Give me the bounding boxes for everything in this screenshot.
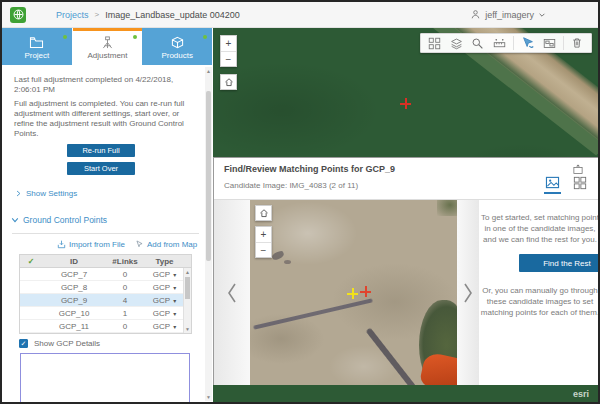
scroll-down-arrow[interactable]: ▼ (205, 393, 212, 401)
photo-zoom-in-button[interactable]: + (256, 227, 271, 242)
previous-image-button[interactable] (214, 200, 250, 385)
show-settings-toggle[interactable]: Show Settings (15, 189, 77, 198)
adjustment-panel: Last full adjustment completed on 4/22/2… (2, 65, 205, 402)
single-image-view-icon[interactable] (544, 174, 561, 191)
scroll-up-arrow[interactable]: ▲ (205, 67, 212, 75)
type-dropdown-caret[interactable]: ▾ (173, 271, 176, 278)
tab-label: Adjustment (87, 51, 127, 60)
type-dropdown-caret[interactable]: ▾ (173, 323, 176, 330)
chevron-right-icon (461, 282, 475, 304)
tab-label: Products (161, 51, 193, 60)
chevron-left-icon (225, 282, 239, 304)
gcp-links: 4 (106, 296, 144, 305)
layers-icon[interactable] (448, 35, 464, 51)
next-image-button[interactable] (457, 200, 479, 385)
table-row[interactable]: GCP_11 0 GCP▾ (20, 320, 191, 333)
breadcrumb-projects-link[interactable]: Projects (56, 10, 89, 20)
type-dropdown-caret[interactable]: ▾ (173, 297, 176, 304)
id-column-header[interactable]: ID (42, 257, 106, 266)
matching-instructions-column: To get started, set matching point in on… (479, 200, 598, 385)
table-scroll-thumb[interactable] (185, 277, 190, 299)
extent-grid-icon[interactable] (427, 35, 443, 51)
photo-home-button[interactable] (255, 205, 272, 221)
gcp-id: GCP_9 (42, 296, 106, 305)
folder-icon (29, 36, 44, 49)
table-scrollbar[interactable]: ▲ ▼ (183, 268, 191, 333)
tab-label: Project (24, 51, 49, 60)
tab-project[interactable]: Project (2, 28, 72, 65)
gcp-actions: Import from File Add from Map (57, 240, 197, 249)
gcp-id: GCP_7 (42, 270, 106, 279)
last-adjustment-status: Last full adjustment completed on 4/22/2… (14, 75, 196, 95)
app-logo-icon[interactable] (10, 7, 26, 23)
table-row[interactable]: GCP_7 0 GCP▾ (20, 268, 191, 281)
gcp-type: GCP (153, 309, 170, 318)
home-extent-button[interactable] (220, 74, 237, 90)
map-zoom-control: + − (220, 35, 237, 67)
type-dropdown-caret[interactable]: ▾ (173, 284, 176, 291)
rerun-full-button[interactable]: Re-run Full (67, 144, 135, 157)
gcp-table-header: ✓ ID #Links Type (20, 255, 191, 268)
measure-icon[interactable] (491, 35, 507, 51)
type-column-header[interactable]: Type (144, 257, 185, 266)
table-row[interactable]: GCP_10 1 GCP▾ (20, 307, 191, 320)
app-window: Projects > Image_Landbase_update 004200 … (0, 0, 600, 404)
gcp-section-label: Ground Control Points (23, 215, 107, 225)
type-dropdown-caret[interactable]: ▾ (173, 310, 176, 317)
gcp-section-toggle[interactable]: Ground Control Points (11, 215, 107, 225)
matching-point-yellow-cross[interactable] (347, 288, 358, 299)
photo-ground-mark (271, 250, 285, 261)
find-the-rest-button[interactable]: Find the Rest (519, 254, 598, 272)
gcp-table: ✓ ID #Links Type GCP_7 0 GCP▾ GCP_8 0 GC… (19, 254, 192, 334)
toolbar-separator (513, 36, 514, 50)
start-over-button[interactable]: Start Over (67, 162, 135, 175)
add-from-map-link[interactable]: Add from Map (135, 240, 197, 249)
show-gcp-details-checkbox[interactable]: ✓ (19, 339, 28, 348)
photo-zoom-control: + − (255, 226, 272, 258)
import-from-file-link[interactable]: Import from File (57, 240, 125, 249)
tab-status-dot (133, 35, 137, 39)
map-canvas[interactable]: + − (213, 28, 598, 402)
gcp-links: 0 (106, 270, 144, 279)
project-title: Image_Landbase_update 004200 (105, 10, 240, 20)
add-gcp-link-icon[interactable] (520, 35, 536, 51)
grid-view-icon[interactable] (571, 174, 588, 191)
gcp-point-red-cross[interactable] (360, 286, 371, 297)
tab-adjustment[interactable]: Adjustment (73, 28, 143, 65)
gcp-marker-red-cross[interactable] (400, 98, 411, 109)
home-icon (224, 77, 234, 87)
chevron-down-icon (11, 216, 19, 224)
show-settings-label: Show Settings (26, 189, 77, 198)
candidate-image-label: Candidate Image: IMG_4083 (2 of 11) (224, 181, 358, 190)
candidate-viewer: + − To get started, set matching point i… (214, 200, 598, 385)
search-icon[interactable] (470, 35, 486, 51)
gcp-type: GCP (153, 296, 170, 305)
photo-zoom-out-button[interactable]: − (256, 242, 271, 257)
tab-products[interactable]: Products (142, 28, 212, 65)
user-menu[interactable]: jeff_imagery (470, 9, 546, 20)
table-row[interactable]: GCP_8 0 GCP▾ (20, 281, 191, 294)
add-from-map-label: Add from Map (147, 240, 197, 249)
gcp-id: GCP_11 (42, 322, 106, 331)
map-toolbar (420, 33, 592, 53)
scrollbar-thumb[interactable] (206, 91, 211, 261)
import-icon (57, 240, 66, 249)
image-frames-icon[interactable] (541, 35, 557, 51)
zoom-in-button[interactable]: + (221, 36, 236, 51)
gcp-type: GCP (153, 283, 170, 292)
delete-icon[interactable] (569, 35, 585, 51)
zoom-out-button[interactable]: − (221, 51, 236, 66)
panel-scrollbar[interactable]: ▲ ▼ (205, 67, 212, 401)
table-scroll-up[interactable]: ▲ (184, 268, 191, 276)
user-icon (470, 9, 481, 20)
gcp-type: GCP (153, 270, 170, 279)
chevron-down-icon (538, 11, 546, 19)
candidate-image[interactable]: + − (250, 200, 457, 385)
table-scroll-down[interactable]: ▼ (184, 325, 191, 333)
gcp-photo-preview: Photo not available (20, 353, 190, 404)
instructions-text-2: Or, you can manually go through these ca… (479, 285, 598, 318)
left-panel: Project Adjustment Products ▲ ▼ Last ful… (2, 28, 213, 402)
links-column-header[interactable]: #Links (106, 257, 144, 266)
table-row-selected[interactable]: GCP_9 4 GCP▾ (20, 294, 191, 307)
photo-shadow (253, 298, 373, 329)
